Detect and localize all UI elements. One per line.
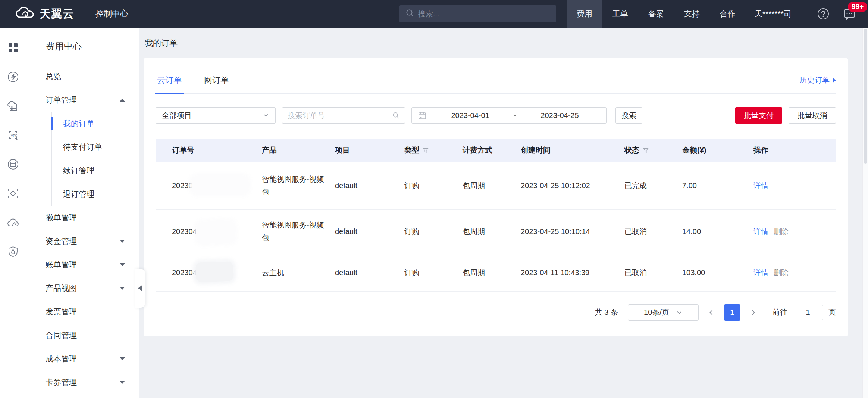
security-shield-icon[interactable] bbox=[6, 245, 20, 258]
order-tabs: 云订单 网订单 历史订单 bbox=[156, 58, 836, 94]
expand-down-icon bbox=[120, 240, 125, 243]
sidebar-item-cost[interactable]: 成本管理 bbox=[26, 347, 139, 370]
console-title: 控制中心 bbox=[95, 8, 128, 19]
sidebar-subitem-my-orders[interactable]: 我的订单 bbox=[52, 112, 139, 135]
nav-item-support[interactable]: 支持 bbox=[674, 0, 710, 28]
status-text: 已取消 bbox=[624, 209, 682, 254]
billing-mode: 包周期 bbox=[463, 209, 521, 254]
billing-mode: 包周期 bbox=[463, 162, 521, 209]
history-orders-link[interactable]: 历史订单 bbox=[800, 75, 836, 93]
amount: 103.00 bbox=[682, 254, 753, 291]
cloud-migration-icon[interactable] bbox=[6, 216, 20, 229]
chevron-down-icon bbox=[263, 112, 269, 119]
sidebar-subitem-pending-payment[interactable]: 待支付订单 bbox=[52, 135, 139, 159]
sidebar-subitem-renewal[interactable]: 续订管理 bbox=[52, 159, 139, 182]
collapse-up-icon bbox=[120, 99, 125, 102]
date-start[interactable]: 2023-04-01 bbox=[430, 111, 511, 120]
calendar-icon bbox=[418, 111, 427, 120]
sidebar-item-cancel-management[interactable]: 撤单管理 bbox=[26, 206, 139, 229]
sidebar-item-invoices[interactable]: 发票管理 bbox=[26, 300, 139, 323]
topbar-divider-2 bbox=[803, 8, 803, 19]
filter-bar: 全部项目 2023-04-01 - 2023-04-25 搜索 批量支付 bbox=[156, 107, 836, 124]
date-end[interactable]: 2023-04-25 bbox=[519, 111, 600, 120]
next-page-button[interactable] bbox=[746, 304, 761, 321]
apps-grid-icon[interactable] bbox=[6, 41, 20, 55]
project-name: default bbox=[335, 209, 404, 254]
page-scrollbar bbox=[862, 28, 868, 398]
filter-funnel-icon[interactable] bbox=[422, 147, 429, 154]
page-size-select[interactable]: 10条/页 bbox=[628, 304, 699, 321]
date-separator: - bbox=[514, 111, 516, 120]
cloud-server-icon[interactable] bbox=[6, 99, 20, 113]
sidebar-item-bills[interactable]: 账单管理 bbox=[26, 253, 139, 276]
tab-cloud-orders[interactable]: 云订单 bbox=[156, 69, 183, 93]
table-row: 202304251 智能视图服务-视频包 default 订购 包周期 2023… bbox=[156, 162, 836, 209]
nav-item-icp[interactable]: 备案 bbox=[638, 0, 674, 28]
sidebar-item-overview[interactable]: 总览 bbox=[26, 65, 139, 88]
order-type: 订购 bbox=[404, 209, 463, 254]
collapse-left-icon bbox=[138, 285, 142, 292]
search-icon bbox=[392, 111, 400, 119]
expand-down-icon bbox=[120, 381, 125, 384]
order-number-input[interactable] bbox=[288, 111, 392, 120]
topbar: 天翼云 控制中心 费用 工单 备案 支持 合作 天*******司 bbox=[0, 0, 868, 28]
tab-network-orders[interactable]: 网订单 bbox=[203, 69, 230, 93]
total-count: 共 3 条 bbox=[595, 307, 618, 317]
scrollbar-thumb[interactable] bbox=[864, 29, 867, 164]
sidebar-item-contracts[interactable]: 合同管理 bbox=[26, 323, 139, 347]
active-indicator bbox=[51, 117, 53, 130]
chevron-right-icon bbox=[749, 309, 757, 316]
topbar-search-input[interactable] bbox=[418, 10, 550, 18]
delete-link[interactable]: 删除 bbox=[774, 227, 789, 236]
order-type: 订购 bbox=[404, 254, 463, 291]
table-header-row: 订单号 产品 项目 类型 计费方式 创建时间 状态 金额(¥) 操作 bbox=[156, 139, 836, 162]
date-range-picker[interactable]: 2023-04-01 - 2023-04-25 bbox=[411, 107, 607, 124]
orders-table: 订单号 产品 项目 类型 计费方式 创建时间 状态 金额(¥) 操作 20230… bbox=[156, 139, 836, 292]
delete-link[interactable]: 删除 bbox=[774, 268, 789, 277]
billing-mode: 包周期 bbox=[463, 254, 521, 291]
prev-page-button[interactable] bbox=[704, 304, 719, 321]
nav-item-cooperation[interactable]: 合作 bbox=[710, 0, 746, 28]
detail-link[interactable]: 详情 bbox=[753, 181, 768, 190]
messages-icon[interactable]: 99+ bbox=[842, 6, 857, 21]
project-select[interactable]: 全部项目 bbox=[156, 107, 276, 124]
nav-item-billing[interactable]: 费用 bbox=[567, 0, 602, 28]
search-button[interactable]: 搜索 bbox=[615, 107, 642, 124]
topbar-search[interactable] bbox=[399, 5, 556, 22]
redaction-blur bbox=[197, 221, 235, 243]
detail-link[interactable]: 详情 bbox=[753, 268, 768, 277]
chevron-left-icon bbox=[708, 309, 715, 316]
notification-badge: 99+ bbox=[848, 2, 867, 12]
sidebar-collapse-handle[interactable] bbox=[135, 269, 145, 308]
account-name[interactable]: 天*******司 bbox=[755, 9, 792, 19]
main-content: 我的订单 云订单 网订单 历史订单 全部项目 bbox=[139, 28, 868, 398]
filter-funnel-icon[interactable] bbox=[642, 147, 649, 154]
billing-window-icon[interactable] bbox=[6, 158, 20, 171]
order-management-submenu: 我的订单 待支付订单 续订管理 退订管理 bbox=[51, 112, 139, 206]
brand-logo[interactable]: 天翼云 bbox=[15, 6, 74, 22]
amount: 14.00 bbox=[682, 209, 753, 254]
order-number-search[interactable] bbox=[282, 107, 405, 124]
sidebar-item-product-view[interactable]: 产品视图 bbox=[26, 276, 139, 300]
page-unit-label: 页 bbox=[828, 307, 836, 317]
pagination: 共 3 条 10条/页 1 前往 页 bbox=[156, 304, 836, 321]
nav-item-tickets[interactable]: 工单 bbox=[602, 0, 638, 28]
sidebar-item-funds[interactable]: 资金管理 bbox=[26, 229, 139, 253]
sidebar-title: 费用中心 bbox=[26, 28, 139, 62]
batch-cancel-button[interactable]: 批量取消 bbox=[789, 107, 836, 124]
help-icon[interactable] bbox=[816, 6, 831, 21]
created-time: 2023-04-25 10:10:14 bbox=[521, 209, 624, 254]
scan-focus-icon[interactable] bbox=[6, 187, 20, 200]
chevron-down-icon bbox=[676, 309, 683, 316]
dashboard-gauge-icon[interactable] bbox=[6, 70, 20, 84]
project-name: default bbox=[335, 162, 404, 209]
sidebar-subitem-unsubscribe[interactable]: 退订管理 bbox=[52, 182, 139, 206]
sidebar-item-coupons[interactable]: 卡券管理 bbox=[26, 370, 139, 394]
goto-page-input[interactable] bbox=[793, 305, 823, 320]
expand-down-icon bbox=[120, 357, 125, 360]
vpc-network-icon[interactable]: VPC bbox=[6, 128, 20, 142]
batch-pay-button[interactable]: 批量支付 bbox=[735, 107, 782, 124]
sidebar-item-order-management[interactable]: 订单管理 bbox=[26, 88, 139, 112]
detail-link[interactable]: 详情 bbox=[753, 227, 768, 236]
page-number-button[interactable]: 1 bbox=[724, 304, 740, 321]
